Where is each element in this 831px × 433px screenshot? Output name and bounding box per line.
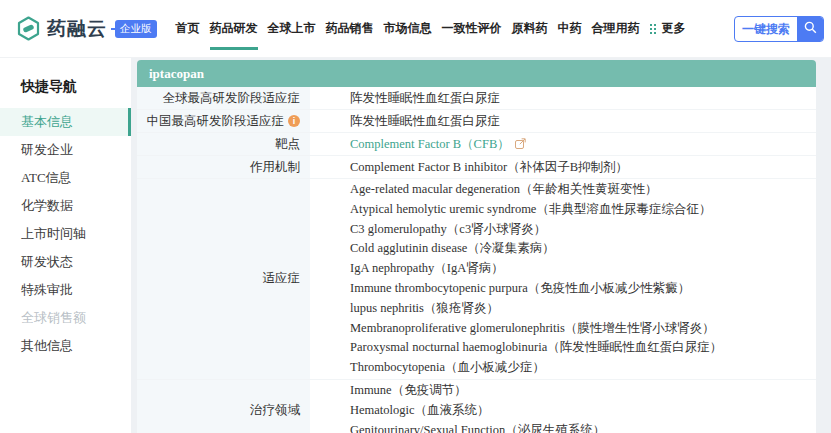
nav-item-4[interactable]: 市场信息 (379, 0, 437, 57)
logo: 药融云 企业版 (15, 15, 157, 42)
value-line: Membranoproliferative glomerulonephritis… (350, 319, 816, 339)
nav-item-1[interactable]: 药品研发 (205, 0, 263, 57)
nav-item-label: 首页 (176, 20, 200, 37)
sidebar-item-3[interactable]: 化学数据 (0, 192, 131, 220)
info-table: 全球最高研发阶段适应症阵发性睡眠性血红蛋白尿症中国最高研发阶段适应症i阵发性睡眠… (137, 87, 816, 433)
nav-item-7[interactable]: 中药 (553, 0, 587, 57)
top-header: 药融云 企业版 首页药品研发全球上市药品销售市场信息一致性评价原料药中药合理用药… (0, 0, 831, 57)
row-value: 阵发性睡眠性血红蛋白尿症 (310, 110, 816, 132)
nav-item-label: 更多 (662, 20, 686, 37)
drug-title-bar: iptacopan (137, 60, 816, 87)
nav-item-label: 一致性评价 (442, 20, 502, 37)
nav-item-label: 药品销售 (326, 20, 374, 37)
sidebar-item-4[interactable]: 上市时间轴 (0, 220, 131, 248)
row-label: 中国最高研发阶段适应症i (137, 110, 310, 132)
sidebar-item-2[interactable]: ATC信息 (0, 164, 131, 192)
sidebar-item-7: 全球销售额 (0, 304, 131, 332)
sidebar-item-0[interactable]: 基本信息 (0, 108, 131, 136)
row-label: 适应症 (137, 179, 310, 379)
logo-text: 药融云 (47, 16, 107, 42)
row-label-text: 治疗领域 (250, 402, 300, 419)
sidebar-item-1[interactable]: 研发企业 (0, 136, 131, 164)
row-value: Complement Factor B（CFB） (310, 133, 816, 155)
row-value: Age-related macular degeneration（年龄相关性黄斑… (310, 179, 816, 379)
nav-item-2[interactable]: 全球上市 (263, 0, 321, 57)
value-line: C3 glomerulopathy（c3肾小球肾炎） (350, 220, 816, 240)
sidebar-title: 快捷导航 (0, 70, 131, 108)
value-line: Atypical hemolytic uremic syndrome（非典型溶血… (350, 200, 816, 220)
nav-item-label: 药品研发 (210, 20, 258, 37)
value-line: IgA nephropathy（IgA肾病） (350, 259, 816, 279)
search-label[interactable]: 一键搜索 (735, 17, 797, 41)
nav-item-0[interactable]: 首页 (171, 0, 205, 57)
row-value: Complement Factor B inhibitor（补体因子B抑制剂） (310, 156, 816, 178)
main-panel: iptacopan 全球最高研发阶段适应症阵发性睡眠性血红蛋白尿症中国最高研发阶… (137, 60, 816, 433)
table-row: 作用机制Complement Factor B inhibitor（补体因子B抑… (137, 156, 816, 179)
nav-item-label: 全球上市 (268, 20, 316, 37)
nav-item-label: 合理用药 (592, 20, 640, 37)
table-row: 中国最高研发阶段适应症i阵发性睡眠性血红蛋白尿症 (137, 110, 816, 133)
value-line: Immune thrombocytopenic purpura（免疫性血小板减少… (350, 279, 816, 299)
nav-item-label: 中药 (558, 20, 582, 37)
row-value: 阵发性睡眠性血红蛋白尿症 (310, 87, 816, 109)
nav-item-label: 市场信息 (384, 20, 432, 37)
table-row: 靶点Complement Factor B（CFB） (137, 133, 816, 156)
main-nav: 首页药品研发全球上市药品销售市场信息一致性评价原料药中药合理用药更多 (171, 0, 691, 57)
edition-badge: 企业版 (115, 20, 157, 38)
row-label-text: 适应症 (263, 270, 301, 287)
value-line: Immune（免疫调节） (350, 381, 816, 401)
row-label-text: 作用机制 (250, 159, 300, 176)
value-line: Thrombocytopenia（血小板减少症） (350, 358, 816, 378)
search-icon (804, 20, 817, 38)
target-link[interactable]: Complement Factor B（CFB） (350, 137, 510, 151)
value-line: Genitourinary/Sexual Function（泌尿生殖系统） (350, 421, 816, 433)
info-icon[interactable]: i (288, 115, 300, 127)
row-label: 作用机制 (137, 156, 310, 178)
value-line: Hematologic（血液系统） (350, 401, 816, 421)
external-link-icon[interactable] (515, 134, 526, 156)
nav-item-5[interactable]: 一致性评价 (437, 0, 507, 57)
search-box[interactable]: 一键搜索 (734, 16, 824, 42)
nav-item-3[interactable]: 药品销售 (321, 0, 379, 57)
sidebar-item-8[interactable]: 其他信息 (0, 332, 131, 360)
value-line: Cold agglutinin disease（冷凝集素病） (350, 239, 816, 259)
nav-item-9[interactable]: 更多 (645, 0, 691, 57)
page-body: 快捷导航 基本信息研发企业ATC信息化学数据上市时间轴研发状态特殊审批全球销售额… (0, 57, 831, 433)
row-label: 治疗领域 (137, 380, 310, 433)
search-button[interactable] (797, 17, 823, 41)
sidebar: 快捷导航 基本信息研发企业ATC信息化学数据上市时间轴研发状态特殊审批全球销售额… (0, 58, 131, 433)
table-row: 治疗领域Immune（免疫调节）Hematologic（血液系统）Genitou… (137, 380, 816, 433)
nav-item-8[interactable]: 合理用药 (587, 0, 645, 57)
row-label-text: 靶点 (275, 136, 300, 153)
sidebar-item-6[interactable]: 特殊审批 (0, 276, 131, 304)
nav-item-6[interactable]: 原料药 (507, 0, 553, 57)
nav-item-label: 原料药 (512, 20, 548, 37)
value-line: lupus nephritis（狼疮肾炎） (350, 299, 816, 319)
value-line: Age-related macular degeneration（年龄相关性黄斑… (350, 180, 816, 200)
table-row: 适应症Age-related macular degeneration（年龄相关… (137, 179, 816, 380)
sidebar-list: 基本信息研发企业ATC信息化学数据上市时间轴研发状态特殊审批全球销售额其他信息 (0, 108, 131, 360)
row-label: 全球最高研发阶段适应症 (137, 87, 310, 109)
row-label-text: 全球最高研发阶段适应症 (163, 90, 301, 107)
row-label: 靶点 (137, 133, 310, 155)
more-grid-icon (650, 23, 658, 34)
logo-icon (15, 15, 42, 42)
row-label-text: 中国最高研发阶段适应症 (147, 113, 285, 130)
value-line: Paroxysmal nocturnal haemoglobinuria（阵发性… (350, 338, 816, 358)
sidebar-item-5[interactable]: 研发状态 (0, 248, 131, 276)
row-value: Immune（免疫调节）Hematologic（血液系统）Genitourina… (310, 380, 816, 433)
table-row: 全球最高研发阶段适应症阵发性睡眠性血红蛋白尿症 (137, 87, 816, 110)
